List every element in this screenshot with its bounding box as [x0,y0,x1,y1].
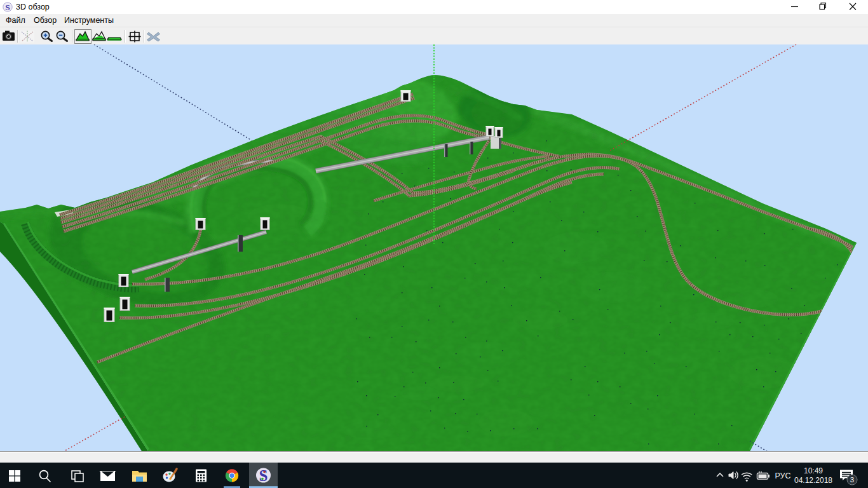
svg-text:S: S [5,3,10,12]
svg-text:S: S [259,467,268,484]
svg-text:10:49: 10:49 [804,466,823,475]
svg-text:3: 3 [850,476,854,484]
svg-text:РУС: РУС [775,471,790,480]
svg-text:04.12.2018: 04.12.2018 [794,476,832,485]
